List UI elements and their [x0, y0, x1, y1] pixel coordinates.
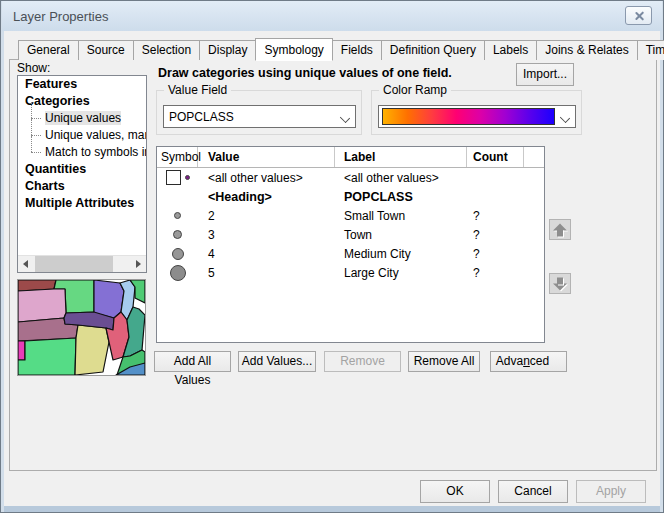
- value-field-dropdown[interactable]: POPCLASS: [163, 105, 356, 128]
- table-row[interactable]: 2 Small Town ?: [157, 206, 544, 225]
- show-item-multiple-attributes[interactable]: Multiple Attributes: [18, 195, 146, 212]
- table-header: Symbol Value Label Count: [157, 147, 544, 168]
- color-ramp-label: Color Ramp: [379, 83, 451, 97]
- tab-definition-query[interactable]: Definition Query: [381, 40, 485, 60]
- tab-fields[interactable]: Fields: [332, 40, 382, 60]
- import-button[interactable]: Import...: [516, 63, 574, 86]
- show-tree: Features Categories Unique values Unique…: [17, 75, 147, 273]
- layer-properties-dialog: Layer Properties General Source Selectio…: [0, 0, 664, 513]
- color-ramp-gradient: [382, 108, 555, 125]
- tab-labels[interactable]: Labels: [484, 40, 537, 60]
- tree-horizontal-scrollbar[interactable]: [18, 255, 146, 272]
- show-item-categories[interactable]: Categories: [18, 93, 146, 110]
- tab-selection[interactable]: Selection: [133, 40, 200, 60]
- remove-button[interactable]: Remove: [324, 351, 401, 372]
- tab-strip: General Source Selection Display Symbolo…: [18, 37, 664, 60]
- tab-display[interactable]: Display: [199, 40, 256, 60]
- show-item-unique-values[interactable]: Unique values: [18, 110, 146, 127]
- column-header-label[interactable]: Label: [335, 147, 467, 167]
- tab-general[interactable]: General: [18, 40, 79, 60]
- value-field-value: POPCLASS: [164, 110, 337, 124]
- move-down-button[interactable]: [549, 273, 571, 294]
- scroll-left-icon[interactable]: [18, 256, 35, 272]
- apply-button[interactable]: Apply: [576, 480, 646, 503]
- add-all-values-button[interactable]: Add All Values: [154, 351, 231, 372]
- unique-values-table: Symbol Value Label Count <all other valu…: [156, 146, 545, 343]
- value-field-group: Value Field POPCLASS: [156, 90, 362, 135]
- window-title: Layer Properties: [13, 9, 108, 24]
- point-symbol[interactable]: [185, 175, 190, 180]
- down-arrow-icon: [553, 277, 567, 290]
- move-up-button[interactable]: [549, 219, 571, 240]
- table-row-heading[interactable]: <Heading> POPCLASS: [157, 187, 544, 206]
- tab-time[interactable]: Time: [637, 40, 664, 60]
- up-arrow-icon: [553, 223, 567, 236]
- advanced-button[interactable]: Advanced: [490, 351, 567, 372]
- chevron-down-icon[interactable]: [557, 106, 575, 127]
- point-symbol[interactable]: [170, 265, 186, 281]
- close-button[interactable]: [625, 6, 652, 25]
- table-row[interactable]: 4 Medium City ?: [157, 244, 544, 263]
- table-row[interactable]: 5 Large City ?: [157, 263, 544, 282]
- show-item-unique-values-many[interactable]: Unique values, many: [18, 127, 146, 144]
- map-preview-thumbnail: [17, 279, 146, 376]
- value-field-label: Value Field: [164, 83, 231, 97]
- all-other-values-checkbox[interactable]: [166, 170, 181, 185]
- tab-joins-relates[interactable]: Joins & Relates: [536, 40, 637, 60]
- column-header-count[interactable]: Count: [467, 147, 524, 167]
- column-header-value[interactable]: Value: [198, 147, 335, 167]
- description-text: Draw categories using unique values of o…: [158, 66, 452, 80]
- table-row[interactable]: <all other values> <all other values>: [157, 168, 544, 187]
- chevron-down-icon[interactable]: [337, 106, 355, 127]
- color-ramp-group: Color Ramp: [371, 90, 582, 135]
- table-row[interactable]: 3 Town ?: [157, 225, 544, 244]
- point-symbol[interactable]: [173, 230, 182, 239]
- show-item-quantities[interactable]: Quantities: [18, 161, 146, 178]
- column-header-symbol[interactable]: Symbol: [157, 147, 198, 167]
- tab-symbology[interactable]: Symbology: [255, 38, 332, 61]
- show-item-match-to-symbols[interactable]: Match to symbols in a: [18, 144, 146, 161]
- point-symbol[interactable]: [172, 248, 184, 260]
- ok-button[interactable]: OK: [420, 480, 490, 503]
- add-values-button[interactable]: Add Values...: [238, 351, 316, 372]
- scrollbar-thumb[interactable]: [35, 256, 113, 272]
- remove-all-button[interactable]: Remove All: [408, 351, 480, 372]
- tab-source[interactable]: Source: [78, 40, 134, 60]
- point-symbol[interactable]: [174, 212, 181, 219]
- cancel-button[interactable]: Cancel: [498, 480, 568, 503]
- show-item-charts[interactable]: Charts: [18, 178, 146, 195]
- color-ramp-dropdown[interactable]: [378, 105, 576, 128]
- show-label: Show:: [17, 61, 50, 75]
- title-bar[interactable]: Layer Properties: [2, 1, 662, 31]
- scroll-right-icon[interactable]: [129, 256, 146, 272]
- show-item-features[interactable]: Features: [18, 76, 146, 93]
- close-icon: [633, 10, 644, 21]
